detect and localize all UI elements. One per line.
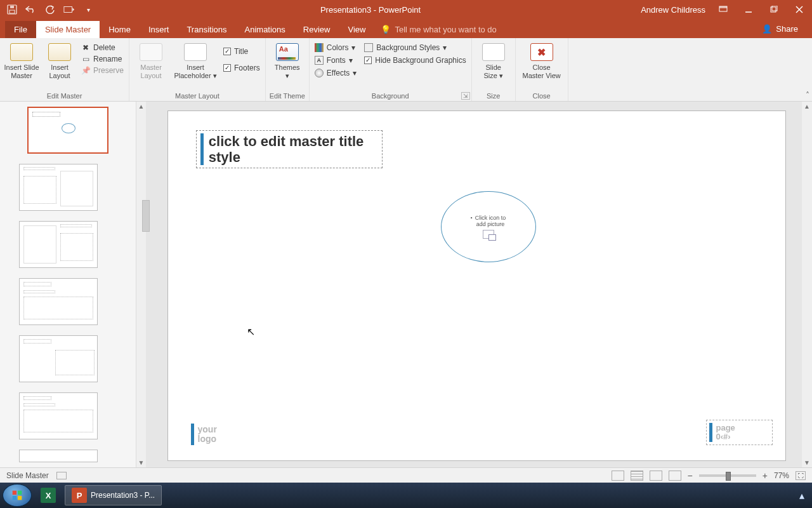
layout-thumbnail[interactable] [19,392,98,439]
svg-rect-12 [13,491,16,495]
scroll-up-icon[interactable]: ▲ [802,102,811,111]
zoom-level[interactable]: 77% [774,471,789,480]
layout-thumbnail[interactable] [19,221,98,268]
share-button[interactable]: 👤 Share [756,21,807,37]
tab-transitions[interactable]: Transitions [178,21,235,38]
effects-button[interactable]: Effects ▾ [313,69,358,77]
taskbar-excel[interactable]: X [34,485,62,505]
svg-rect-3 [64,7,72,13]
zoom-slider-thumb[interactable] [726,472,731,481]
maximize-button[interactable] [761,0,787,19]
tab-animations[interactable]: Animations [236,21,294,38]
insert-placeholder-button[interactable]: Insert Placeholder ▾ [174,42,217,79]
notes-icon[interactable] [56,472,67,479]
thumbnail-scrollbar[interactable]: ▲ ▼ [136,102,146,467]
redo-icon[interactable] [44,4,56,15]
slideshow-view-button[interactable] [669,471,681,481]
master-title-text[interactable]: click to edit master title style [209,133,378,165]
master-layout-button[interactable]: Master Layout [133,42,169,79]
tab-slide-master[interactable]: Slide Master [36,21,100,38]
ribbon-display-options-icon[interactable] [710,0,736,19]
background-styles-button[interactable]: Background Styles ▾ [363,43,467,52]
normal-view-button[interactable] [612,471,624,481]
insert-slide-master-button[interactable]: Insert Slide Master [4,42,39,79]
preserve-button[interactable]: 📌Preserve [80,66,125,75]
start-from-beginning-icon[interactable] [63,4,75,15]
insert-layout-button[interactable]: Insert Layout [44,42,75,79]
undo-icon[interactable] [25,4,37,15]
thumb-content [23,282,51,286]
checkbox-checked-icon: ✓ [223,48,231,55]
tab-view[interactable]: View [339,21,374,38]
fonts-button[interactable]: AFonts ▾ [313,56,358,65]
picture-placeholder-oval[interactable]: • Click icon to add picture [441,191,536,262]
page-number-placeholder[interactable]: page0‹#› [706,420,773,445]
rename-button[interactable]: ▭Rename [80,55,125,64]
save-icon[interactable] [6,4,18,15]
group-label-size: Size [476,91,511,101]
show-hidden-icons[interactable]: ▴ [799,490,809,502]
close-master-view-button[interactable]: ✖ Close Master View [520,42,564,79]
slide-canvas[interactable]: click to edit master title style • Click… [167,110,786,461]
reading-view-button[interactable] [650,471,662,481]
zoom-out-button[interactable]: − [688,471,693,481]
editor-scrollbar[interactable]: ▲ ▼ [802,102,812,467]
slide-sorter-view-button[interactable] [631,471,643,481]
minimize-button[interactable] [736,0,761,19]
background-dialog-launcher[interactable]: ⇲ [461,92,470,100]
logo-accent-bar [191,424,194,445]
hide-background-graphics-checkbox[interactable]: ✓Hide Background Graphics [363,56,467,65]
master-title-placeholder[interactable]: click to edit master title style [196,130,383,168]
start-button[interactable] [3,484,32,507]
group-label-edit-theme: Edit Theme [270,91,305,101]
user-name[interactable]: Andrew Childress [641,5,710,15]
collapse-ribbon-icon[interactable]: ˄ [806,91,809,100]
tab-home[interactable]: Home [100,21,140,38]
tab-file[interactable]: File [5,21,36,38]
zoom-in-button[interactable]: + [763,471,768,481]
layout-thumbnail[interactable] [19,164,98,211]
scroll-up-icon[interactable]: ▲ [137,102,146,111]
title-checkbox[interactable]: ✓Title [222,47,261,56]
thumb-content [23,339,51,344]
layout-thumbnail[interactable] [19,335,98,382]
colors-button[interactable]: Colors ▾ [313,43,358,52]
taskbar-powerpoint[interactable]: P Presentation3 - P... [65,485,162,505]
scroll-down-icon[interactable]: ▼ [802,458,811,467]
logo-placeholder[interactable]: yourlogo [191,424,217,445]
fit-to-window-button[interactable]: ⛶ [796,471,806,480]
slide-size-button[interactable]: Slide Size ▾ [476,42,511,79]
group-close: ✖ Close Master View Close [516,38,568,101]
bullet-icon: • [471,215,473,220]
page-text: page0‹#› [716,424,735,442]
thumbnail-pane: ▲ ▼ [0,102,146,467]
picture-icon[interactable] [483,230,494,239]
thumb-oval-placeholder [62,123,75,133]
svg-rect-8 [772,6,777,11]
tell-me-search[interactable]: 💡 Tell me what you want to do [374,21,756,38]
zoom-slider[interactable] [699,474,756,477]
footers-checkbox[interactable]: ✓Footers [222,64,261,72]
insert-placeholder-icon [184,43,207,61]
svg-rect-2 [10,6,14,8]
delete-button[interactable]: ✖Delete [80,43,125,52]
layout-thumbnail[interactable] [19,278,98,325]
slide-master-thumbnail[interactable] [27,107,108,154]
thumb-content [23,403,55,406]
window-title: Presentation3 - PowerPoint [100,5,641,15]
slide-editor[interactable]: click to edit master title style • Click… [146,102,802,467]
qat-customize-icon[interactable]: ▾ [82,4,94,15]
thumb-content [60,224,92,227]
thumbnail-list[interactable] [0,102,136,467]
tab-insert[interactable]: Insert [140,21,178,38]
group-edit-theme: Aa Themes▾ Edit Theme [266,38,310,101]
close-button[interactable] [787,0,812,19]
group-label-background: Background [313,91,468,101]
taskbar-ppt-label: Presentation3 - P... [91,491,155,500]
thumb-content [55,350,95,375]
dropdown-icon: ▾ [353,69,357,77]
layout-thumbnail[interactable] [19,450,98,462]
tab-review[interactable]: Review [294,21,339,38]
themes-button[interactable]: Aa Themes▾ [270,42,305,79]
scroll-down-icon[interactable]: ▼ [137,458,146,467]
